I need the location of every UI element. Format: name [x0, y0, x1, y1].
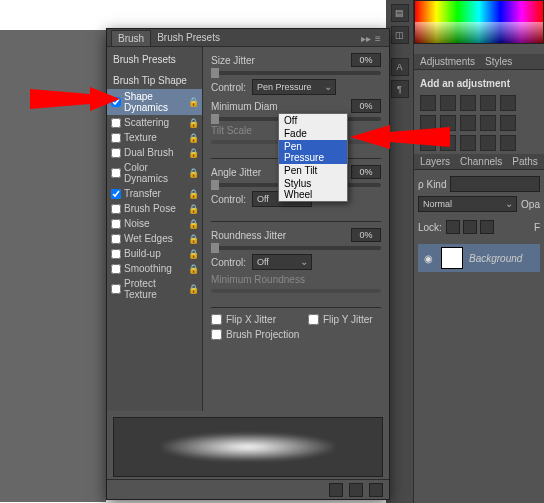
item-shape-dynamics[interactable]: Shape Dynamics🔒: [107, 89, 202, 115]
item-smoothing[interactable]: Smoothing🔒: [107, 261, 202, 276]
size-jitter-slider[interactable]: [211, 71, 381, 75]
new-preset-icon[interactable]: [349, 483, 363, 497]
lock-icon[interactable]: 🔒: [188, 97, 198, 107]
lock-icon[interactable]: 🔒: [188, 204, 198, 214]
adj-selective-color-icon[interactable]: [500, 135, 516, 151]
trash-icon[interactable]: [369, 483, 383, 497]
histogram-icon[interactable]: ▤: [391, 4, 409, 22]
chk-color-dynamics[interactable]: [111, 168, 121, 178]
lock-all-icon[interactable]: [480, 220, 494, 234]
dropdown-option-off[interactable]: Off: [279, 114, 347, 127]
adj-vibrance-icon[interactable]: [500, 95, 516, 111]
round-jitter-slider[interactable]: [211, 246, 381, 250]
dropdown-option-pen-tilt[interactable]: Pen Tilt: [279, 164, 347, 177]
divider: [211, 307, 381, 308]
item-build-up[interactable]: Build-up🔒: [107, 246, 202, 261]
lock-icon[interactable]: 🔒: [188, 284, 198, 294]
lock-icon[interactable]: 🔒: [188, 264, 198, 274]
panel-collapse-icon[interactable]: ▸▸: [361, 33, 371, 43]
adj-threshold-icon[interactable]: [460, 135, 476, 151]
chk-transfer[interactable]: [111, 189, 121, 199]
chk-dual-brush[interactable]: [111, 148, 121, 158]
character-icon[interactable]: A: [391, 58, 409, 76]
annotation-arrow-left: [30, 84, 120, 114]
lock-pixels-icon[interactable]: [446, 220, 460, 234]
brush-stroke-preview: [113, 417, 383, 477]
item-wet-edges[interactable]: Wet Edges🔒: [107, 231, 202, 246]
adj-levels-icon[interactable]: [440, 95, 456, 111]
tab-styles[interactable]: Styles: [485, 56, 512, 67]
brush-panel-tabs: Brush Brush Presets ▸▸≡: [107, 29, 389, 47]
item-scattering[interactable]: Scattering🔒: [107, 115, 202, 130]
flip-x-jitter-checkbox[interactable]: Flip X Jitter: [211, 314, 276, 325]
blend-mode-select[interactable]: Normal: [418, 196, 517, 212]
adj-channel-mixer-icon[interactable]: [480, 115, 496, 131]
brush-projection-checkbox[interactable]: Brush Projection: [211, 329, 299, 340]
panel-menu-icon[interactable]: ≡: [375, 33, 385, 43]
brush-presets-header[interactable]: Brush Presets: [107, 51, 202, 68]
adj-color-lookup-icon[interactable]: [500, 115, 516, 131]
adj-photo-filter-icon[interactable]: [460, 115, 476, 131]
size-control-select[interactable]: Pen Pressure: [252, 79, 336, 95]
layer-row-background[interactable]: ◉ Background: [418, 244, 540, 272]
lock-icon[interactable]: 🔒: [188, 219, 198, 229]
tab-layers[interactable]: Layers: [420, 156, 450, 167]
lock-icon[interactable]: 🔒: [188, 118, 198, 128]
adj-brightness-icon[interactable]: [420, 95, 436, 111]
item-color-dynamics[interactable]: Color Dynamics🔒: [107, 160, 202, 186]
lock-icon[interactable]: 🔒: [188, 234, 198, 244]
layers-filter-select[interactable]: [450, 176, 540, 192]
control-dropdown[interactable]: Off Fade Pen Pressure Pen Tilt Stylus Wh…: [278, 113, 348, 202]
toggle-preview-icon[interactable]: [329, 483, 343, 497]
lock-icon[interactable]: 🔒: [188, 249, 198, 259]
chk-smoothing[interactable]: [111, 264, 121, 274]
adj-gradient-map-icon[interactable]: [480, 135, 496, 151]
chk-build-up[interactable]: [111, 249, 121, 259]
item-brush-pose[interactable]: Brush Pose🔒: [107, 201, 202, 216]
lock-icon[interactable]: 🔒: [188, 168, 198, 178]
flip-y-jitter-checkbox[interactable]: Flip Y Jitter: [308, 314, 373, 325]
tab-adjustments[interactable]: Adjustments: [420, 56, 475, 67]
angle-jitter-value[interactable]: 0%: [351, 165, 381, 179]
item-transfer[interactable]: Transfer🔒: [107, 186, 202, 201]
tab-channels[interactable]: Channels: [460, 156, 502, 167]
lock-position-icon[interactable]: [463, 220, 477, 234]
round-control-select[interactable]: Off: [252, 254, 312, 270]
layer-thumbnail[interactable]: [441, 247, 463, 269]
round-jitter-value[interactable]: 0%: [351, 228, 381, 242]
lock-icon[interactable]: 🔒: [188, 189, 198, 199]
navigator-icon[interactable]: ◫: [391, 26, 409, 44]
annotation-arrow-right: [350, 122, 450, 152]
dropdown-option-pen-pressure[interactable]: Pen Pressure: [279, 140, 347, 164]
item-dual-brush[interactable]: Dual Brush🔒: [107, 145, 202, 160]
chk-noise[interactable]: [111, 219, 121, 229]
item-texture[interactable]: Texture🔒: [107, 130, 202, 145]
chk-scattering[interactable]: [111, 118, 121, 128]
adj-exposure-icon[interactable]: [480, 95, 496, 111]
lock-icon[interactable]: 🔒: [188, 148, 198, 158]
round-control-label: Control:: [211, 257, 246, 268]
brush-tip-shape-header[interactable]: Brush Tip Shape: [107, 72, 202, 89]
brush-panel: Brush Brush Presets ▸▸≡ Brush Presets Br…: [106, 28, 390, 500]
dropdown-option-stylus-wheel[interactable]: Stylus Wheel: [279, 177, 347, 201]
add-adjustment-label: Add an adjustment: [420, 78, 538, 89]
lock-icon[interactable]: 🔒: [188, 133, 198, 143]
chk-texture[interactable]: [111, 133, 121, 143]
fill-label: F: [534, 222, 540, 233]
size-jitter-value[interactable]: 0%: [351, 53, 381, 67]
dropdown-option-fade[interactable]: Fade: [279, 127, 347, 140]
layer-name: Background: [469, 253, 522, 264]
tab-brush[interactable]: Brush: [111, 30, 151, 46]
item-noise[interactable]: Noise🔒: [107, 216, 202, 231]
color-spectrum[interactable]: [414, 0, 544, 44]
tab-brush-presets[interactable]: Brush Presets: [151, 30, 226, 45]
chk-protect-texture[interactable]: [111, 284, 121, 294]
chk-wet-edges[interactable]: [111, 234, 121, 244]
min-diam-value[interactable]: 0%: [351, 99, 381, 113]
item-protect-texture[interactable]: Protect Texture🔒: [107, 276, 202, 302]
tab-paths[interactable]: Paths: [512, 156, 538, 167]
paragraph-icon[interactable]: ¶: [391, 80, 409, 98]
visibility-eye-icon[interactable]: ◉: [421, 253, 435, 264]
adj-curves-icon[interactable]: [460, 95, 476, 111]
chk-brush-pose[interactable]: [111, 204, 121, 214]
